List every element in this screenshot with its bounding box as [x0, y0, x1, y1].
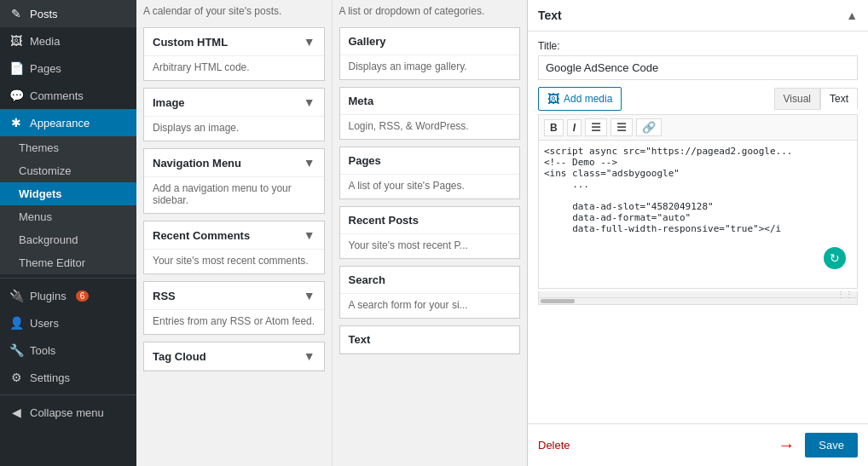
widget-custom-html-desc: Arbitrary HTML code. — [144, 56, 324, 80]
sidebar-item-posts[interactable]: ✎ Posts — [0, 0, 136, 27]
sidebar-item-pages[interactable]: 📄 Pages — [0, 55, 136, 82]
arrow-indicator: → — [778, 435, 795, 455]
widget-custom-html: Custom HTML ▼ Arbitrary HTML code. — [143, 27, 325, 81]
widget-meta-desc: Login, RSS, & WordPress. — [340, 115, 520, 139]
format-ul-button[interactable]: ☰ — [585, 118, 607, 136]
text-widget-body: Title: 🖼 Add media Visual Text B I ☰ ☰ 🔗… — [528, 32, 868, 423]
widget-image-desc: Displays an image. — [144, 117, 324, 141]
widget-pages-title: Pages — [349, 154, 381, 167]
sidebar-item-comments[interactable]: 💬 Comments — [0, 82, 136, 109]
sidebar-divider-2 — [0, 394, 136, 395]
sidebar-item-menus[interactable]: Menus — [0, 205, 136, 228]
widget-search-header[interactable]: Search — [340, 267, 520, 294]
sidebar-item-settings[interactable]: ⚙ Settings — [0, 364, 136, 391]
widget-gallery-desc: Displays an image gallery. — [340, 55, 520, 79]
widget-tag-cloud-header[interactable]: Tag Cloud ▼ — [144, 342, 324, 371]
add-media-icon: 🖼 — [547, 92, 559, 106]
widgets-area: A calendar of your site's posts. Custom … — [136, 0, 527, 466]
editor-resize-handle[interactable]: ⋮⋮ — [538, 291, 858, 298]
widget-recent-posts: Recent Posts Your site's most recent P..… — [339, 206, 521, 259]
widget-columns: A calendar of your site's posts. Custom … — [136, 0, 527, 466]
widget-text-col2: Text — [339, 325, 521, 354]
code-editor[interactable]: <script async src="https://pagead2.googl… — [538, 140, 858, 289]
sidebar-item-appearance[interactable]: ✱ Appearance — [0, 109, 136, 136]
widget-col-2: A list or dropdown of categories. Galler… — [332, 0, 528, 466]
widget-nav-title: Navigation Menu — [153, 157, 241, 170]
collapse-icon: ◀ — [9, 406, 24, 419]
widget-pages-desc: A list of your site's Pages. — [340, 175, 520, 198]
widget-custom-html-title: Custom HTML — [153, 36, 228, 49]
sidebar-divider — [0, 278, 136, 279]
hscroll-thumb[interactable] — [541, 299, 575, 303]
widget-meta-title: Meta — [349, 95, 374, 107]
widget-custom-html-header[interactable]: Custom HTML ▼ — [144, 28, 324, 56]
widget-search: Search A search form for your si... — [339, 266, 521, 319]
widget-rss: RSS ▼ Entries from any RSS or Atom feed. — [143, 281, 325, 335]
delete-link[interactable]: Delete — [538, 439, 570, 452]
widget-nav-dropdown[interactable]: ▼ — [304, 156, 315, 170]
sidebar-item-collapse[interactable]: ◀ Collapse menu — [0, 399, 136, 426]
widget-image-header[interactable]: Image ▼ — [144, 89, 324, 117]
format-toolbar: B I ☰ ☰ 🔗 — [538, 114, 858, 140]
widget-image-title: Image — [153, 96, 185, 109]
widget-col-1: A calendar of your site's posts. Custom … — [136, 0, 332, 466]
widget-text-col2-header[interactable]: Text — [340, 326, 520, 354]
widget-rss-header[interactable]: RSS ▼ — [144, 282, 324, 310]
widget-meta-header[interactable]: Meta — [340, 88, 520, 115]
text-widget-panel-title: Text — [538, 9, 562, 22]
title-input[interactable] — [538, 55, 858, 80]
format-ol-button[interactable]: ☰ — [610, 118, 633, 136]
widget-pages-header[interactable]: Pages — [340, 147, 520, 175]
text-widget-footer: Delete → Save — [528, 423, 868, 466]
chat-icon[interactable]: ↻ — [824, 247, 846, 269]
widget-recent-comments-header[interactable]: Recent Comments ▼ — [144, 221, 324, 250]
widget-rss-dropdown[interactable]: ▼ — [304, 289, 315, 302]
widget-recent-posts-header[interactable]: Recent Posts — [340, 207, 520, 234]
footer-right: → Save — [778, 433, 858, 457]
widget-rss-title: RSS — [153, 290, 176, 302]
sidebar-item-theme-editor[interactable]: Theme Editor — [0, 251, 136, 274]
format-bold-button[interactable]: B — [544, 119, 564, 136]
horizontal-scrollbar[interactable] — [538, 298, 858, 305]
format-link-button[interactable]: 🔗 — [636, 118, 662, 136]
resize-dots-icon: ⋮⋮ — [836, 290, 854, 299]
widget-custom-html-dropdown[interactable]: ▼ — [304, 35, 315, 49]
sidebar-item-themes[interactable]: Themes — [0, 136, 136, 159]
editor-toolbar-row: 🖼 Add media Visual Text — [538, 87, 858, 111]
widget-recent-comments-title: Recent Comments — [153, 229, 250, 242]
pages-icon: 📄 — [9, 61, 24, 75]
sidebar-item-widgets[interactable]: Widgets — [0, 182, 136, 205]
widget-image-dropdown[interactable]: ▼ — [304, 95, 315, 109]
widget-navigation-menu: Navigation Menu ▼ Add a navigation menu … — [143, 148, 325, 214]
tools-icon: 🔧 — [9, 343, 24, 357]
sidebar-item-media[interactable]: 🖼 Media — [0, 27, 136, 55]
widget-meta: Meta Login, RSS, & WordPress. — [339, 87, 521, 140]
widget-gallery-header[interactable]: Gallery — [340, 28, 520, 55]
tab-visual[interactable]: Visual — [774, 88, 820, 110]
comments-icon: 💬 — [9, 89, 24, 102]
sidebar-item-plugins[interactable]: 🔌 Plugins 6 — [0, 282, 136, 309]
widget-tag-cloud-dropdown[interactable]: ▼ — [304, 349, 315, 363]
widget-image: Image ▼ Displays an image. — [143, 88, 325, 141]
sidebar-item-background[interactable]: Background — [0, 228, 136, 251]
sidebar-item-customize[interactable]: Customize — [0, 159, 136, 182]
media-icon: 🖼 — [9, 34, 24, 48]
widget-nav-desc: Add a navigation menu to your sidebar. — [144, 177, 324, 213]
main-content: A calendar of your site's posts. Custom … — [136, 0, 527, 466]
editor-wrapper: <script async src="https://pagead2.googl… — [538, 140, 858, 305]
format-italic-button[interactable]: I — [567, 119, 582, 136]
panel-collapse-icon[interactable]: ▲ — [846, 9, 858, 22]
add-media-button[interactable]: 🖼 Add media — [538, 87, 622, 111]
users-icon: 👤 — [9, 316, 24, 330]
save-button[interactable]: Save — [805, 433, 858, 457]
sidebar-item-tools[interactable]: 🔧 Tools — [0, 337, 136, 364]
widget-gallery-title: Gallery — [349, 35, 386, 48]
widget-tag-cloud-title: Tag Cloud — [153, 350, 206, 363]
tab-text[interactable]: Text — [820, 88, 858, 110]
widget-recent-comments-dropdown[interactable]: ▼ — [304, 228, 315, 242]
widget-gallery: Gallery Displays an image gallery. — [339, 27, 521, 80]
appearance-submenu: Themes Customize Widgets Menus Backgroun… — [0, 136, 136, 274]
col1-top-desc: A calendar of your site's posts. — [136, 0, 332, 20]
widget-nav-header[interactable]: Navigation Menu ▼ — [144, 149, 324, 177]
sidebar-item-users[interactable]: 👤 Users — [0, 309, 136, 337]
